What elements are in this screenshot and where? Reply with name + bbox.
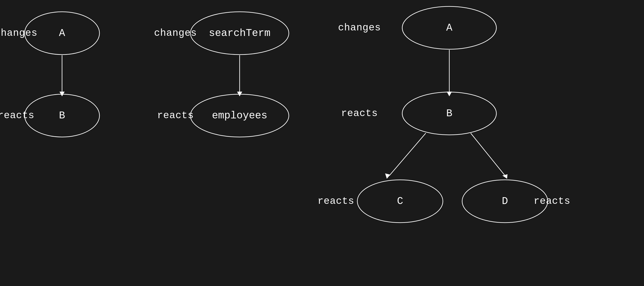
diagram3-node-b-label: B [446, 108, 452, 119]
diagram1-node-b-label: B [59, 110, 65, 121]
diagram3-reacts-d-label: reacts [534, 196, 570, 207]
diagram2-node-searchterm-label: searchTerm [209, 28, 270, 39]
main-diagram-svg: changes A reacts B changes searchTerm re… [0, 0, 644, 286]
diagram1-node-a-label: A [59, 28, 65, 39]
diagram3-arrowhead-bc [385, 173, 390, 179]
diagram3-arrow-bc [390, 133, 426, 176]
diagram1-reacts-label: reacts [0, 110, 34, 121]
diagram3-node-d-label: D [502, 195, 508, 207]
diagram3-reacts-c-label: reacts [318, 196, 354, 207]
diagram3-node-a-label: A [446, 22, 452, 34]
diagram3-arrowhead-bd [502, 174, 508, 179]
diagram3-node-c-label: C [397, 195, 403, 207]
diagram1-changes-label: changes [0, 28, 38, 39]
diagram2-reacts-label: reacts [157, 110, 194, 121]
diagram3-arrow-bd [471, 133, 505, 176]
diagram-container: changes A reacts B changes searchTerm re… [0, 0, 644, 286]
diagram3-changes-label: changes [338, 22, 381, 33]
diagram2-node-employees-label: employees [212, 110, 267, 121]
diagram3-reacts-b-label: reacts [341, 108, 378, 119]
